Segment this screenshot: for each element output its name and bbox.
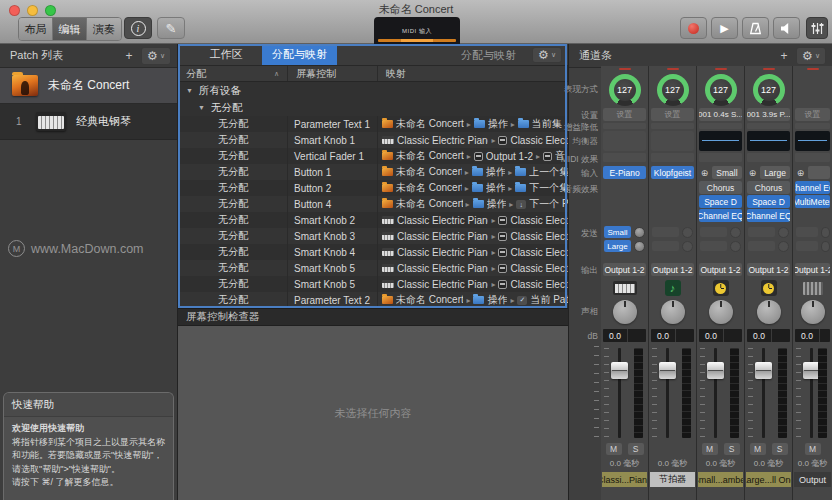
strip-name[interactable]: Classi...Piano	[602, 472, 647, 487]
solo-button[interactable]: S	[724, 443, 740, 455]
column-header[interactable]: 分配∧	[178, 66, 288, 81]
volume-db-field[interactable]: 0.0	[603, 329, 646, 342]
assignment-row[interactable]: 无分配Smart Knob 1Classic Electric Piano▸Cl…	[178, 132, 568, 148]
input-button[interactable]	[808, 166, 830, 179]
channel-strips-toggle-button[interactable]	[806, 17, 828, 39]
volume-db-field[interactable]: 0.0	[795, 329, 830, 342]
output-button[interactable]: Output 1-2	[651, 263, 694, 276]
solo-button[interactable]: S	[628, 443, 644, 455]
stereo-format-icon[interactable]: ⊕	[699, 166, 710, 179]
audio-effect-button[interactable]: Chorus	[699, 181, 742, 194]
strip-name[interactable]: Large...ll One	[746, 472, 791, 487]
pan-knob[interactable]	[757, 300, 781, 324]
patch-list-action-menu[interactable]: ⚙ ∨	[141, 47, 171, 65]
assignment-row[interactable]: 无分配Smart Knob 5Classic Electric Piano▸Cl…	[178, 276, 568, 292]
tab[interactable]: 工作区	[190, 44, 262, 65]
volume-fader[interactable]	[793, 346, 832, 440]
mute-button[interactable]: M	[805, 443, 821, 455]
column-header[interactable]: 屏幕控制	[288, 66, 378, 81]
concert-row[interactable]: 未命名 Concert	[0, 68, 177, 104]
setting-button[interactable]: 001 3.9s P...	[747, 108, 790, 121]
assignment-row[interactable]: 无分配Button 2未命名 Concert▸操作▸下一个集	[178, 180, 568, 196]
metronome-button[interactable]	[742, 17, 769, 39]
expression-knob[interactable]: 127	[657, 74, 689, 106]
midi-effect-slot[interactable]	[699, 153, 742, 162]
midi-effect-slot[interactable]	[651, 153, 694, 162]
expression-knob[interactable]: 127	[609, 74, 641, 106]
mute-button[interactable]: M	[702, 443, 718, 455]
disclosure-triangle-icon[interactable]: ▼	[186, 87, 193, 94]
pan-knob[interactable]	[613, 300, 637, 324]
group-row[interactable]: ▼所有设备	[178, 82, 568, 99]
stereo-format-icon[interactable]: ⊕	[795, 166, 806, 179]
input-button[interactable]: Small	[712, 166, 742, 179]
audio-effect-button[interactable]: Channel EQ	[699, 209, 742, 222]
volume-button[interactable]	[773, 17, 800, 39]
audio-effect-button[interactable]: Channel EQ	[795, 181, 830, 194]
mode-button[interactable]: 布局	[19, 18, 53, 40]
assignment-row[interactable]: 无分配Parameter Text 1未命名 Concert▸操作▸当前集	[178, 116, 568, 132]
patch-row[interactable]: 1经典电钢琴	[0, 104, 177, 140]
edit-mode-button[interactable]: ✎	[157, 17, 185, 39]
expression-knob[interactable]: 127	[705, 74, 737, 106]
assignments-action-menu[interactable]: ⚙ ∨	[532, 47, 562, 63]
input-button[interactable]: E-Piano	[603, 166, 646, 179]
send-button[interactable]: Small	[604, 226, 631, 238]
tab[interactable]: 分配与映射	[262, 44, 337, 65]
audio-effect-button[interactable]: MultiMeter	[795, 195, 830, 208]
play-button[interactable]: ▶	[711, 17, 738, 39]
volume-db-field[interactable]: 0.0	[747, 329, 790, 342]
audio-effect-button[interactable]: Chorus	[747, 181, 790, 194]
assignment-row[interactable]: 无分配Smart Knob 4Classic Electric Piano▸Cl…	[178, 244, 568, 260]
strip-name[interactable]: Small...amber	[698, 472, 743, 487]
disclosure-triangle-icon[interactable]: ▼	[198, 104, 205, 111]
eq-display[interactable]	[699, 131, 742, 151]
output-button[interactable]: Output 1-2	[747, 263, 790, 276]
send-button[interactable]: Large	[604, 240, 631, 252]
assignment-row[interactable]: 无分配Smart Knob 2Classic Electric Piano▸Cl…	[178, 212, 568, 228]
strip-name[interactable]: 节拍器	[650, 472, 695, 487]
setting-button[interactable]: 001 0.4s S...	[699, 108, 742, 121]
assignment-row[interactable]: 无分配Button 1未命名 Concert▸操作▸上一个集	[178, 164, 568, 180]
midi-effect-slot[interactable]	[747, 153, 790, 162]
midi-effect-slot[interactable]	[603, 153, 646, 162]
eq-display[interactable]	[747, 131, 790, 151]
group-row[interactable]: ▼无分配	[178, 99, 568, 116]
fader-cap[interactable]	[611, 362, 628, 379]
fader-cap[interactable]	[659, 362, 676, 379]
volume-db-field[interactable]: 0.0	[651, 329, 694, 342]
volume-fader[interactable]	[697, 346, 744, 440]
output-button[interactable]: Output 1-2	[795, 263, 830, 276]
channel-strips-action-menu[interactable]: ⚙ ∨	[796, 47, 826, 65]
input-button[interactable]: Klopfgeist	[651, 166, 694, 179]
input-button[interactable]: Large	[760, 166, 790, 179]
mode-button[interactable]: 演奏	[87, 18, 121, 40]
solo-button[interactable]: S	[772, 443, 788, 455]
volume-fader[interactable]	[745, 346, 792, 440]
eq-display[interactable]	[795, 131, 830, 151]
send-knob[interactable]	[634, 227, 645, 238]
stereo-format-icon[interactable]: ⊕	[747, 166, 758, 179]
audio-effect-button[interactable]: Space D	[747, 195, 790, 208]
column-header[interactable]: 映射	[378, 66, 568, 81]
output-button[interactable]: Output 1-2	[603, 263, 646, 276]
volume-fader[interactable]	[649, 346, 696, 440]
setting-button[interactable]: 设置	[603, 108, 646, 121]
assignment-row[interactable]: 无分配Button 4未命名 Concert▸操作▸↓下一个 P	[178, 196, 568, 212]
midi-effect-slot[interactable]	[795, 153, 830, 162]
pan-knob[interactable]	[661, 300, 685, 324]
mute-button[interactable]: M	[606, 443, 622, 455]
assignment-row[interactable]: 无分配Smart Knob 3Classic Electric Piano▸Cl…	[178, 228, 568, 244]
setting-button[interactable]: 设置	[795, 108, 830, 121]
expression-knob[interactable]: 127	[753, 74, 785, 106]
send-knob[interactable]	[634, 241, 645, 252]
add-channel-strip-button[interactable]: +	[772, 47, 796, 65]
volume-db-field[interactable]: 0.0	[699, 329, 742, 342]
mode-button[interactable]: 编辑	[53, 18, 87, 40]
output-button[interactable]: Output 1-2	[699, 263, 742, 276]
assignment-row[interactable]: 无分配Parameter Text 2未命名 Concert▸操作▸✓当前 Pa…	[178, 292, 568, 308]
assignment-row[interactable]: 无分配Smart Knob 5Classic Electric Piano▸Cl…	[178, 260, 568, 276]
fader-cap[interactable]	[755, 362, 772, 379]
setting-button[interactable]: 设置	[651, 108, 694, 121]
volume-fader[interactable]	[601, 346, 648, 440]
